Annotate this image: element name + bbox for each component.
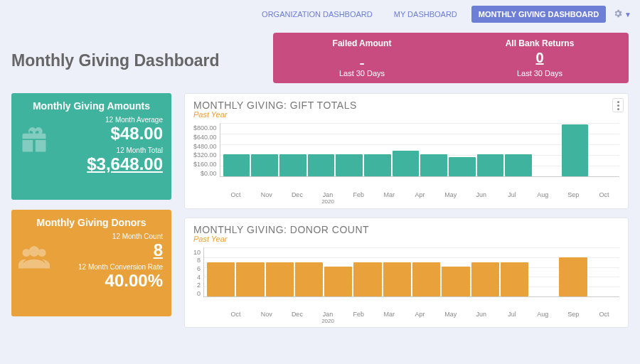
chart-bar[interactable] [336,154,363,177]
bank-returns-sub: Last 30 Days [451,69,629,77]
donors-card-title: Monthly Giving Donors [20,217,163,228]
chart-bar[interactable] [207,262,235,297]
total-label: 12 Month Total [20,146,163,154]
chart-bar[interactable] [324,267,352,296]
failed-amount-value [273,50,451,66]
gift-panel-title: MONTHLY GIVING: GIFT TOTALS [193,100,619,111]
chart-bar[interactable] [236,262,264,297]
chart-bar[interactable] [383,262,411,297]
chart-bar[interactable] [562,124,589,177]
nav-org-dashboard[interactable]: ORGANIZATION DASHBOARD [255,6,380,23]
failed-amount-block[interactable]: Failed Amount Last 30 Days [273,38,451,77]
bank-returns-block[interactable]: All Bank Returns 0 Last 30 Days [451,38,629,77]
rate-label: 12 Month Conversion Rate [20,263,163,271]
chart-bar[interactable] [308,154,335,177]
gift-totals-panel: MONTHLY GIVING: GIFT TOTALS Past Year $8… [184,93,629,209]
chart-bar[interactable] [266,262,294,297]
avg-label: 12 Month Average [20,116,163,124]
donor-panel-subtitle: Past Year [193,235,619,243]
chart-bar[interactable] [420,154,447,177]
gift-panel-subtitle: Past Year [193,110,619,119]
chart-bar[interactable] [505,154,532,177]
caret-down-icon: ▼ [624,11,631,18]
top-nav: ORGANIZATION DASHBOARD MY DASHBOARD MONT… [0,0,640,26]
alert-card: Failed Amount Last 30 Days All Bank Retu… [273,33,629,83]
chart-bar[interactable] [501,262,528,297]
chart-bar[interactable] [471,262,499,297]
chart-bar[interactable] [279,154,306,177]
monthly-giving-amounts-card[interactable]: Monthly Giving Amounts 12 Month Average … [11,93,171,200]
count-label: 12 Month Count [20,232,163,240]
amounts-card-title: Monthly Giving Amounts [20,100,163,112]
bank-returns-label: All Bank Returns [451,38,629,48]
chart-bar[interactable] [223,154,250,177]
chart-bar[interactable] [559,257,587,297]
chart-bar[interactable] [449,157,476,176]
failed-amount-label: Failed Amount [273,38,451,48]
nav-my-dashboard[interactable]: MY DASHBOARD [387,6,464,23]
nav-monthly-dashboard[interactable]: MONTHLY GIVING DASHBOARD [471,6,606,23]
monthly-giving-donors-card[interactable]: Monthly Giving Donors 12 Month Count 8 1… [11,210,171,316]
chart-bar[interactable] [295,262,323,297]
page-title: Monthly Giving Dashboard [11,33,260,83]
gear-icon [613,9,623,21]
chart-bar[interactable] [251,154,278,177]
chart-bar[interactable] [364,154,391,177]
chart-bar[interactable] [477,154,504,177]
donor-count-chart: 1086420 [193,247,619,310]
gift-totals-chart: $800.00$640.00$480.00$320.00$160.00$0.00 [193,123,619,191]
chart-bar[interactable] [442,267,469,296]
donor-panel-title: MONTHLY GIVING: DONOR COUNT [193,224,619,235]
chart-bar[interactable] [393,151,420,176]
gift-panel-menu[interactable] [612,98,624,112]
chart-bar[interactable] [412,262,440,297]
chart-bar[interactable] [353,262,381,297]
failed-amount-sub: Last 30 Days [273,69,451,77]
donor-count-panel: MONTHLY GIVING: DONOR COUNT Past Year 10… [184,218,629,328]
settings-menu[interactable]: ▼ [613,9,631,21]
bank-returns-value: 0 [451,50,629,66]
